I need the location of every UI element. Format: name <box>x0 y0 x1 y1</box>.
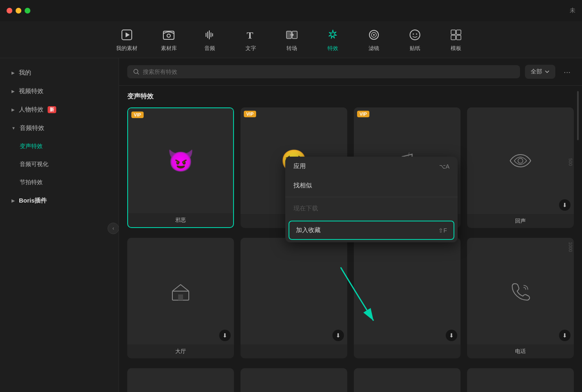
filter-button[interactable]: 全部 <box>525 65 555 79</box>
nav-transition-label: 转场 <box>286 45 297 52</box>
nav-text[interactable]: T 文字 <box>234 24 267 55</box>
more-button[interactable]: ··· <box>560 66 574 78</box>
effect-card-evil[interactable]: 😈 VIP 邪恶 <box>127 107 234 228</box>
context-menu-add-favorite[interactable]: 加入收藏 ⇧F <box>289 221 454 240</box>
sidebar-item-boris[interactable]: ▶ Boris插件 <box>3 192 115 210</box>
effect-card-r2e3[interactable]: ⬇ <box>354 238 461 358</box>
scrollbar-track[interactable] <box>577 91 579 140</box>
sidebar-character-effects-label: 人物特效 <box>19 106 44 114</box>
sidebar: ▶ 我的 ▶ 视频特效 ▶ 人物特效 新 ▼ 音频特效 变声特效 音频可视化 节… <box>0 58 119 392</box>
effect-card-r2e2[interactable]: ⬇ <box>241 238 347 358</box>
svg-point-10 <box>410 30 420 40</box>
maximize-button[interactable] <box>25 8 30 14</box>
effect-card-echo[interactable]: ⬇ 回声 <box>467 107 574 228</box>
titlebar-text: 未 <box>570 7 575 14</box>
audio-icon <box>202 27 217 42</box>
svg-point-3 <box>167 34 170 37</box>
material-lib-icon <box>161 27 176 42</box>
nav-stickers[interactable]: 贴纸 <box>399 24 431 55</box>
sidebar-item-audio-effects[interactable]: ▼ 音频特效 <box>3 119 115 137</box>
main-layout: ▶ 我的 ▶ 视频特效 ▶ 人物特效 新 ▼ 音频特效 变声特效 音频可视化 节… <box>0 58 582 392</box>
effect-thumb-echo: ⬇ <box>467 107 574 214</box>
arrow-icon: ▶ <box>11 198 15 203</box>
sidebar-item-my[interactable]: ▶ 我的 <box>3 64 115 82</box>
sidebar-beat-effects-label: 节拍特效 <box>20 179 43 186</box>
sidebar-collapse-button[interactable]: ‹ <box>108 223 119 234</box>
arrow-icon: ▶ <box>11 71 15 75</box>
context-menu: 应用 ⌥A 找相似 现在下载 加入收藏 ⇧F <box>285 157 458 242</box>
sidebar-item-video-effects[interactable]: ▶ 视频特效 <box>3 82 115 100</box>
context-menu-apply[interactable]: 应用 ⌥A <box>285 157 458 176</box>
effects-icon <box>325 27 340 42</box>
sidebar-audio-visual-label: 音频可视化 <box>20 161 48 168</box>
vip-badge: VIP <box>131 112 144 118</box>
search-input[interactable] <box>143 68 514 75</box>
svg-point-12 <box>416 33 417 34</box>
nav-material-lib[interactable]: 素材库 <box>152 24 185 55</box>
svg-text:T: T <box>247 30 253 41</box>
sidebar-item-voice-change[interactable]: 变声特效 <box>3 138 115 155</box>
sidebar-boris-label: Boris插件 <box>19 197 47 205</box>
effect-card-child[interactable]: ⬇ 小孩声 <box>354 368 461 392</box>
nav-my-material[interactable]: 我的素材 <box>110 24 144 55</box>
arrow-down-icon: ▼ <box>11 126 16 130</box>
effect-card-male[interactable]: ⬇ 男声 <box>467 368 574 392</box>
arrow-icon: ▶ <box>11 107 15 112</box>
nav-templates-label: 模板 <box>451 45 461 52</box>
transition-icon <box>284 27 299 42</box>
add-favorite-shortcut: ⇧F <box>438 227 447 234</box>
svg-point-19 <box>518 158 523 163</box>
sidebar-item-beat-effects[interactable]: 节拍特效 <box>3 174 115 191</box>
content-area: 全部 ··· 变声特效 😈 VIP 邪恶 <box>119 58 582 392</box>
minimize-button[interactable] <box>16 8 21 14</box>
effect-card-ai-robot[interactable]: ⬇ AI机器人 <box>241 368 347 392</box>
svg-rect-13 <box>451 30 456 34</box>
sidebar-my-label: 我的 <box>19 69 31 77</box>
search-icon <box>133 68 140 75</box>
effect-card-phone[interactable]: ⬇ 电话 <box>467 238 574 358</box>
nav-transition[interactable]: 转场 <box>275 24 308 55</box>
stickers-icon <box>408 27 422 42</box>
effect-label-hall: 大厅 <box>127 344 234 358</box>
sidebar-video-effects-label: 视频特效 <box>19 87 44 95</box>
sidebar-audio-effects-label: 音频特效 <box>20 124 44 132</box>
svg-point-9 <box>373 34 375 36</box>
effect-thumb-r2e2: ⬇ <box>241 238 347 344</box>
effect-label-r2e2 <box>241 344 347 351</box>
add-favorite-label: 加入收藏 <box>296 226 321 234</box>
svg-rect-21 <box>178 294 183 300</box>
context-menu-find-similar[interactable]: 找相似 <box>285 176 458 195</box>
svg-rect-15 <box>451 35 456 40</box>
new-badge: 新 <box>48 106 56 113</box>
nav-audio[interactable]: 音频 <box>193 24 226 55</box>
nav-filters[interactable]: 滤镜 <box>357 24 390 55</box>
effect-card-robot[interactable]: ⬇ 传统机器人 <box>127 368 234 392</box>
svg-point-11 <box>413 33 414 34</box>
download-button[interactable]: ⬇ <box>446 330 457 341</box>
apply-label: 应用 <box>293 162 306 170</box>
my-material-icon <box>119 27 134 42</box>
close-button[interactable] <box>7 8 12 14</box>
nav-templates[interactable]: 模板 <box>440 24 472 55</box>
effects-grid-row3: ⬇ 传统机器人 ⬇ AI机器人 <box>127 368 574 392</box>
download-button[interactable]: ⬇ <box>559 330 571 341</box>
titlebar: 未 <box>0 0 582 21</box>
search-input-wrap[interactable] <box>127 65 520 78</box>
svg-line-18 <box>137 73 139 74</box>
filters-icon <box>367 27 381 42</box>
svg-rect-14 <box>456 30 461 34</box>
evil-icon: 😈 <box>167 148 194 173</box>
effects-grid-row2: ⬇ 大厅 ⬇ ⬇ <box>127 238 574 358</box>
effect-card-hall[interactable]: ⬇ 大厅 <box>127 238 234 358</box>
download-button[interactable]: ⬇ <box>559 199 571 211</box>
effect-label-r2e3 <box>354 344 461 351</box>
download-button[interactable]: ⬇ <box>219 330 231 341</box>
download-button[interactable]: ⬇ <box>332 330 344 341</box>
context-menu-divider <box>285 197 458 197</box>
nav-my-material-label: 我的素材 <box>116 45 137 52</box>
chevron-down-icon <box>545 69 550 74</box>
sidebar-item-audio-visual[interactable]: 音频可视化 <box>3 156 115 173</box>
nav-effects[interactable]: 特效 <box>316 24 349 55</box>
echo-icon <box>506 150 535 171</box>
sidebar-item-character-effects[interactable]: ▶ 人物特效 新 <box>3 101 115 119</box>
